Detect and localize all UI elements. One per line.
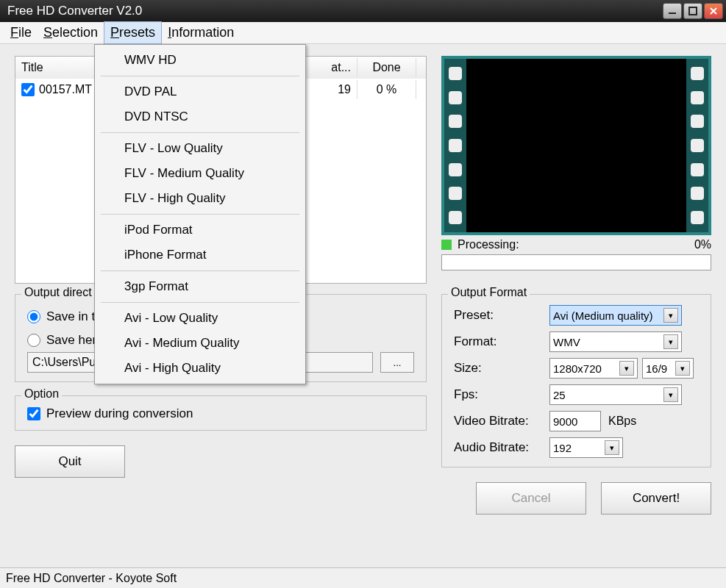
preset-iphone[interactable]: iPhone Format <box>95 243 305 268</box>
film-sprockets-left <box>444 59 466 232</box>
menu-separator <box>101 76 299 76</box>
convert-button[interactable]: Convert! <box>601 482 711 514</box>
dropdown-arrow-icon <box>605 440 619 455</box>
content-area: WMV HD DVD PAL DVD NTSC FLV - Low Qualit… <box>0 44 726 567</box>
menu-information[interactable]: Information <box>162 22 240 43</box>
status-bar: Free HD Converter - Koyote Soft <box>0 567 726 588</box>
preview-pane: Processing: 0% <box>441 56 711 284</box>
maximize-button[interactable] <box>683 3 702 19</box>
preset-dvd-ntsc[interactable]: DVD NTSC <box>95 104 305 129</box>
dropdown-arrow-icon <box>675 361 690 376</box>
radio-save-here[interactable] <box>27 334 40 347</box>
video-bitrate-input[interactable] <box>549 411 601 431</box>
film-preview <box>441 56 711 235</box>
preset-dvd-pal[interactable]: DVD PAL <box>95 79 305 104</box>
radio-save-same-label: Save in t <box>46 309 95 324</box>
audio-bitrate-select[interactable]: 192 <box>549 437 623 458</box>
status-label: Processing: <box>458 238 519 251</box>
preset-avi-med[interactable]: Avi - Medium Quality <box>95 331 305 356</box>
preset-ipod[interactable]: iPod Format <box>95 218 305 243</box>
radio-save-same[interactable] <box>27 310 40 323</box>
output-directory-legend: Output direct <box>21 286 95 299</box>
video-bitrate-unit: KBps <box>608 415 636 428</box>
status-indicator-icon <box>441 240 452 250</box>
dropdown-arrow-icon <box>619 361 634 376</box>
preview-checkbox-label: Preview during conversion <box>46 406 193 421</box>
fps-label: Fps: <box>454 387 549 402</box>
dropdown-arrow-icon <box>663 334 678 349</box>
option-group: Option Preview during conversion <box>15 395 427 431</box>
format-label: Format: <box>454 334 549 349</box>
film-sprockets-right <box>686 59 708 232</box>
format-select[interactable]: WMV <box>549 331 682 352</box>
preset-avi-low[interactable]: Avi - Low Quality <box>95 306 305 331</box>
fps-select[interactable]: 25 <box>549 384 682 405</box>
presets-dropdown: WMV HD DVD PAL DVD NTSC FLV - Low Qualit… <box>94 44 306 384</box>
audio-bitrate-label: Audio Bitrate: <box>454 440 549 455</box>
video-bitrate-label: Video Bitrate: <box>454 414 549 429</box>
file-row-checkbox[interactable] <box>21 83 35 96</box>
minimize-button[interactable] <box>663 3 682 19</box>
format-value: WMV <box>553 336 580 348</box>
window-title: Free HD Converter V2.0 <box>3 4 661 18</box>
menu-separator <box>101 270 299 271</box>
size-select[interactable]: 1280x720 <box>549 358 638 379</box>
aspect-value: 16/9 <box>646 362 667 375</box>
menu-bar: File Selection Presets Information <box>0 22 726 44</box>
svg-rect-0 <box>669 12 676 14</box>
cancel-button[interactable]: Cancel <box>476 482 586 514</box>
preset-flv-high[interactable]: FLV - High Quality <box>95 186 305 211</box>
size-value: 1280x720 <box>553 362 602 375</box>
menu-separator <box>101 302 299 303</box>
dropdown-arrow-icon <box>663 308 678 323</box>
preset-select[interactable]: Avi (Medium quality) <box>549 305 682 326</box>
preset-flv-low[interactable]: FLV - Low Quality <box>95 136 305 161</box>
browse-button[interactable]: ... <box>380 352 414 373</box>
svg-rect-1 <box>689 7 697 15</box>
title-bar: Free HD Converter V2.0 <box>0 0 726 22</box>
quit-button[interactable]: Quit <box>15 445 125 478</box>
film-frame <box>466 59 686 232</box>
menu-selection[interactable]: Selection <box>38 22 104 43</box>
size-label: Size: <box>454 361 549 376</box>
option-legend: Option <box>21 387 62 401</box>
close-button[interactable] <box>704 3 723 19</box>
aspect-select[interactable]: 16/9 <box>642 358 694 379</box>
menu-separator <box>101 214 299 215</box>
menu-file[interactable]: File <box>4 22 38 43</box>
preview-checkbox[interactable] <box>27 407 40 420</box>
file-row-done: 0 % <box>357 80 416 99</box>
progress-bar <box>441 254 711 270</box>
preset-wmv-hd[interactable]: WMV HD <box>95 48 305 73</box>
fps-value: 25 <box>553 389 566 401</box>
preset-label: Preset: <box>454 308 549 323</box>
output-format-legend: Output Format <box>448 286 530 299</box>
menu-presets[interactable]: Presets <box>104 21 162 44</box>
col-header-done[interactable]: Done <box>357 58 416 77</box>
status-bar-text: Free HD Converter - Koyote Soft <box>6 572 177 585</box>
preset-value: Avi (Medium quality) <box>553 309 653 322</box>
app-window: Free HD Converter V2.0 File Selection Pr… <box>0 0 726 588</box>
preset-3gp[interactable]: 3gp Format <box>95 274 305 299</box>
dropdown-arrow-icon <box>663 387 678 402</box>
output-format-group: Output Format Preset: Avi (Medium qualit… <box>441 294 711 467</box>
status-pct: 0% <box>694 238 711 251</box>
file-row-title: 00157.MT <box>39 83 92 96</box>
menu-separator <box>101 132 299 133</box>
preset-avi-high[interactable]: Avi - High Quality <box>95 356 305 381</box>
audio-bitrate-value: 192 <box>553 442 572 454</box>
preset-flv-med[interactable]: FLV - Medium Quality <box>95 161 305 186</box>
